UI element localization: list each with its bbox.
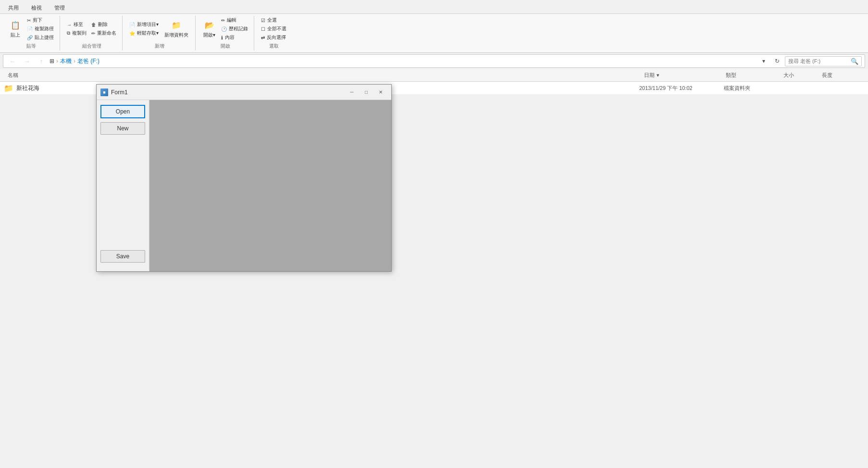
search-box: 🔍 [785, 56, 862, 66]
save-button[interactable]: Save [100, 250, 145, 263]
open-label: 開啟▾ [203, 32, 215, 38]
open-col: ✏ 編輯 🕐 歷程記錄 ℹ 內容 [219, 16, 250, 42]
copy-path-button[interactable]: 📄 複製路徑 [25, 25, 56, 33]
organize-col2: 🗑 刪除 ✏ 重新命名 [89, 20, 118, 38]
home-icon: ⊞ [50, 58, 54, 64]
refresh-button[interactable]: ↻ [771, 56, 783, 66]
ribbon-content: 📋 貼上 ✂ 剪下 📄 複製路徑 🔗 貼上捷徑 [0, 13, 868, 52]
ribbon-tabs: 共用 檢視 管理 [0, 2, 868, 13]
invert-icon: ⇄ [261, 35, 265, 40]
maximize-button[interactable]: □ [360, 88, 373, 97]
invert-label: 反向選擇 [267, 34, 286, 41]
clipboard-col: ✂ 剪下 📄 複製路徑 🔗 貼上捷徑 [25, 16, 56, 42]
copy-to-icon: ⧉ [67, 30, 70, 36]
dialog-title: ■ Form1 [100, 89, 128, 96]
dialog-form1: ■ Form1 ─ □ ✕ Open New Save [96, 84, 392, 272]
open-button[interactable]: Open [100, 105, 145, 118]
address-bar: ← → ↑ ⊞ › 本機 › 老爸 (F:) ▾ ↻ 🔍 [3, 54, 865, 68]
rename-icon: ✏ [91, 31, 95, 36]
col-header-length[interactable]: 長度 [822, 72, 860, 79]
col-date-label: 日期 [644, 72, 655, 79]
copy-path-label: 複製路徑 [35, 25, 54, 32]
breadcrumb[interactable]: ⊞ › 本機 › 老爸 (F:) [50, 57, 756, 65]
back-button[interactable]: ← [6, 55, 19, 67]
col-header-size[interactable]: 大小 [783, 72, 822, 79]
new-folder-label: 新增資料夾 [164, 32, 188, 38]
ribbon-group-open: 📂 開啟▾ ✏ 編輯 🕐 歷程記錄 ℹ 內容 [197, 16, 254, 51]
ribbon: 共用 檢視 管理 📋 貼上 ✂ 剪下 📄 複製路徑 [0, 0, 868, 53]
new-button[interactable]: New [100, 122, 145, 135]
tab-share[interactable]: 共用 [2, 2, 25, 13]
organize-col: → 移至 ⧉ 複製到 [65, 20, 88, 38]
select-buttons: ☑ 全選 ☐ 全部不選 ⇄ 反向選擇 [259, 16, 288, 42]
col-size-label: 大小 [783, 72, 794, 78]
clipboard-buttons: 📋 貼上 ✂ 剪下 📄 複製路徑 🔗 貼上捷徑 [7, 16, 56, 42]
minimize-button[interactable]: ─ [345, 88, 359, 97]
move-to-button[interactable]: → 移至 [65, 20, 88, 29]
address-actions: ▾ ↻ [758, 56, 783, 66]
ribbon-group-organize: → 移至 ⧉ 複製到 🗑 刪除 ✏ 重新命名 [61, 16, 123, 51]
paste-label: 貼上 [11, 32, 20, 38]
paste-button[interactable]: 📋 貼上 [7, 18, 24, 40]
properties-button[interactable]: ℹ 內容 [219, 33, 250, 42]
select-all-label: 全選 [267, 17, 277, 24]
ribbon-group-new: 📄 新增項目▾ ⭐ 輕鬆存取▾ 📁 新增資料夾 新增 [124, 16, 196, 51]
new-folder-icon: 📁 [171, 19, 182, 31]
new-col: 📄 新增項目▾ ⭐ 輕鬆存取▾ [127, 20, 161, 38]
select-none-label: 全部不選 [267, 25, 286, 32]
invert-button[interactable]: ⇄ 反向選擇 [259, 33, 288, 42]
col-header-name[interactable]: 名稱 [8, 72, 644, 79]
tab-view[interactable]: 檢視 [25, 2, 48, 13]
file-date: 2013/11/29 下午 10:02 [639, 85, 721, 92]
forward-button[interactable]: → [21, 55, 33, 67]
breadcrumb-drive[interactable]: 老爸 (F:) [77, 57, 99, 65]
file-type: 檔案資料夾 [724, 85, 781, 92]
cut-button[interactable]: ✂ 剪下 [25, 16, 56, 25]
paste-icon: 📋 [10, 19, 21, 31]
dialog-title-icon: ■ [100, 89, 108, 96]
up-button[interactable]: ↑ [35, 55, 48, 67]
new-item-label: 新增項目▾ [137, 21, 159, 28]
col-date-sort-icon: ▾ [657, 72, 659, 78]
tab-manage[interactable]: 管理 [48, 2, 71, 13]
open-button[interactable]: 📂 開啟▾ [200, 18, 218, 40]
move-to-label: 移至 [74, 21, 83, 28]
edit-label: 編輯 [227, 17, 236, 24]
select-all-button[interactable]: ☑ 全選 [259, 16, 288, 25]
paste-shortcut-icon: 🔗 [27, 35, 33, 40]
easy-access-button[interactable]: ⭐ 輕鬆存取▾ [127, 29, 161, 38]
dialog-window-controls: ─ □ ✕ [345, 88, 387, 97]
new-buttons: 📄 新增項目▾ ⭐ 輕鬆存取▾ 📁 新增資料夾 [127, 16, 191, 42]
close-button[interactable]: ✕ [374, 88, 387, 97]
new-item-icon: 📄 [129, 22, 135, 27]
search-icon[interactable]: 🔍 [851, 58, 858, 65]
edit-button[interactable]: ✏ 編輯 [219, 16, 250, 25]
new-folder-button[interactable]: 📁 新增資料夾 [161, 18, 191, 40]
delete-button[interactable]: 🗑 刪除 [89, 20, 118, 29]
paste-shortcut-label: 貼上捷徑 [35, 34, 54, 41]
col-header-date[interactable]: 日期 ▾ [644, 72, 726, 79]
col-length-label: 長度 [822, 72, 832, 78]
move-to-icon: → [67, 22, 72, 27]
copy-to-label: 複製到 [72, 30, 87, 37]
properties-label: 內容 [225, 34, 235, 41]
search-input[interactable] [788, 58, 849, 64]
rename-button[interactable]: ✏ 重新命名 [89, 29, 118, 38]
rename-label: 重新命名 [97, 30, 116, 37]
col-header-type[interactable]: 類型 [726, 72, 783, 79]
dialog-canvas [149, 100, 391, 271]
breadcrumb-sep2: › [74, 58, 75, 64]
history-button[interactable]: 🕐 歷程記錄 [219, 25, 250, 33]
edit-icon: ✏ [221, 18, 225, 23]
select-none-icon: ☐ [261, 26, 265, 32]
select-none-button[interactable]: ☐ 全部不選 [259, 25, 288, 33]
dropdown-button[interactable]: ▾ [758, 56, 769, 66]
paste-shortcut-button[interactable]: 🔗 貼上捷徑 [25, 33, 56, 42]
new-group-label: 新增 [127, 43, 191, 50]
dialog-sidebar-top: Open New [100, 105, 145, 135]
breadcrumb-local[interactable]: 本機 [60, 57, 72, 65]
open-icon: 📂 [204, 19, 215, 31]
delete-icon: 🗑 [91, 22, 96, 27]
copy-to-button[interactable]: ⧉ 複製到 [65, 29, 88, 38]
new-item-button[interactable]: 📄 新增項目▾ [127, 20, 161, 29]
